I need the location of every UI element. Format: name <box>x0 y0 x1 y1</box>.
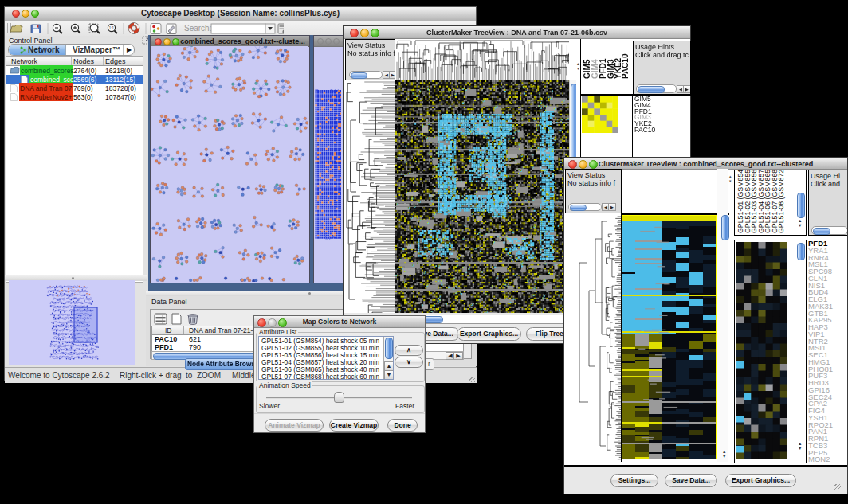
svg-text:Search:: Search: <box>184 24 211 33</box>
svg-text:1:1: 1:1 <box>109 26 115 30</box>
